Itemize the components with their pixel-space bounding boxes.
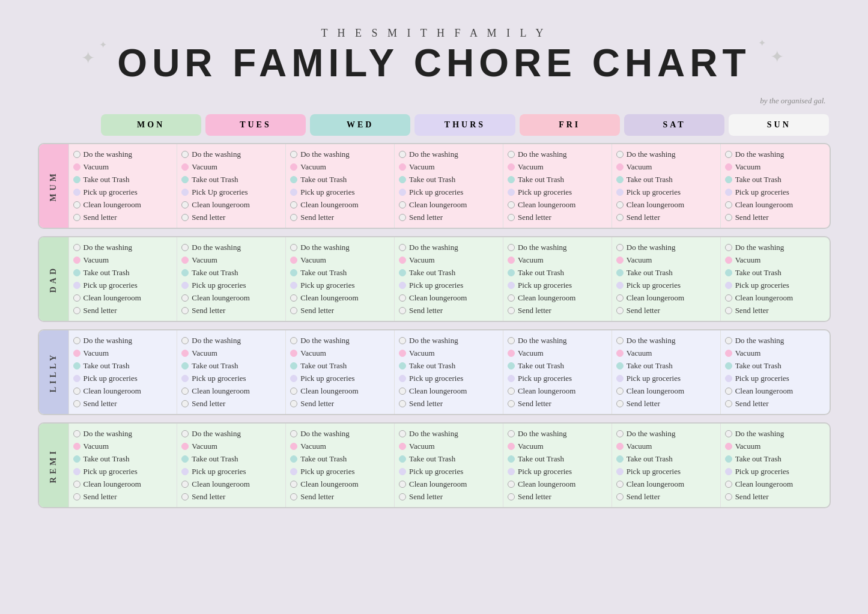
chore-item: Do the washing [73,150,173,159]
chore-item: Do the washing [290,243,390,252]
chore-item: Take out Trash [399,454,499,464]
chore-item: Clean loungeroom [725,293,825,303]
chore-item: Pick Up groceries [181,187,281,197]
subtitle: T H E S M I T H F A M I L Y [38,27,831,40]
chore-item: Do the washing [725,336,825,345]
dad-sat: Do the washing Vacuum Take out Trash Pic… [612,237,721,321]
mum-wed: Do the washing Vacuum Take out Trash Pic… [286,144,395,228]
remi-sun: Do the washing Vacuum Take out Trash Pic… [721,424,830,507]
chore-item: Vacuum [508,442,607,451]
chore-item: Pick up groceries [181,281,281,290]
chore-item: Pick up groceries [725,374,825,383]
chore-item: Do the washing [616,336,716,345]
chore-item: Send letter [616,399,716,409]
chore-item: Send letter [290,399,390,409]
chore-item: Pick up groceries [399,374,499,383]
chore-item: Vacuum [725,255,825,265]
chore-item: Take out Trash [290,454,390,464]
chore-item: Do the washing [290,150,390,159]
chore-item: Take out Trash [725,175,825,184]
chore-item: Pick up groceries [290,187,390,197]
chore-item: Clean loungeroom [181,200,281,210]
chore-item: Send letter [616,492,716,502]
dad-fri: Do the washing Vacuum Take out Trash Pic… [503,237,612,321]
day-headers: MON TUES WED THURS FRI SAT SUN [38,113,831,137]
chore-item: Send letter [725,399,825,409]
chore-item: Pick up groceries [508,467,607,476]
chore-item: Vacuum [290,348,390,358]
chore-item: Clean loungeroom [508,479,607,489]
lilly-sat: Do the washing Vacuum Take out Trash Pic… [612,330,721,414]
lilly-wed: Do the washing Vacuum Take out Trash Pic… [286,330,395,414]
chore-item: Clean loungeroom [725,200,825,210]
chore-item: Clean loungeroom [73,293,173,303]
chore-item: Send letter [399,492,499,502]
chore-item: Clean loungeroom [399,479,499,489]
chore-item: Send letter [508,399,607,409]
chore-item: Send letter [508,306,607,315]
dad-label: DAD [49,266,58,293]
chore-item: Vacuum [616,255,716,265]
chore-item: Send letter [290,492,390,502]
mum-mon: Do the washing Vacuum Take out Trash Pic… [69,144,178,228]
chore-item: Send letter [616,306,716,315]
lilly-mon: Do the washing Vacuum Take out Trash Pic… [69,330,178,414]
mum-chores-grid: Do the washing Vacuum Take out Trash Pic… [69,144,830,228]
chore-item: Clean loungeroom [399,293,499,303]
chore-item: Pick up groceries [616,187,716,197]
chore-item: Do the washing [73,243,173,252]
chore-item: Take out Trash [181,454,281,464]
remi-label: REMI [49,448,58,483]
chore-item: Pick up groceries [508,187,607,197]
chore-item: Vacuum [290,255,390,265]
chore-item: Take out Trash [73,175,173,184]
chore-item: Pick up groceries [73,374,173,383]
lilly-fri: Do the washing Vacuum Take out Trash Pic… [503,330,612,414]
header-wed: WED [310,114,410,136]
dad-tues: Do the washing Vacuum Take out Trash Pic… [177,237,286,321]
person-label-dad: DAD [39,237,69,321]
chore-item: Clean loungeroom [508,293,607,303]
header-mon: MON [101,114,201,136]
chore-item: Vacuum [73,442,173,451]
chore-item: Clean loungeroom [725,479,825,489]
chore-item: Pick up groceries [290,467,390,476]
chore-item: Do the washing [725,150,825,159]
chore-item: Take out Trash [399,175,499,184]
dad-chores-grid: Do the washing Vacuum Take out Trash Pic… [69,237,830,321]
chore-item: Send letter [181,306,281,315]
chore-item: Vacuum [181,348,281,358]
chore-item: Do the washing [181,429,281,439]
chore-item: Vacuum [508,348,607,358]
section-lilly: LILLY Do the washing Vacuum Take out Tra… [38,329,831,415]
chore-item: Do the washing [508,336,607,345]
chore-item: Take out Trash [181,361,281,371]
section-dad: DAD Do the washing Vacuum Take out Trash… [38,236,831,322]
chore-item: Vacuum [73,255,173,265]
chore-item: Do the washing [508,243,607,252]
chore-item: Vacuum [290,162,390,172]
chore-item: Vacuum [725,348,825,358]
remi-fri: Do the washing Vacuum Take out Trash Pic… [503,424,612,507]
chore-item: Clean loungeroom [508,386,607,396]
chore-item: Pick up groceries [73,187,173,197]
section-mum: MUM Do the washing Vacuum Take out Trash… [38,143,831,229]
chore-item: Vacuum [290,442,390,451]
chore-item: Clean loungeroom [181,479,281,489]
chore-item: Send letter [616,213,716,222]
chore-item: Take out Trash [181,175,281,184]
chore-item: Clean loungeroom [399,200,499,210]
chore-item: Take out Trash [508,361,607,371]
chore-item: Pick up groceries [616,374,716,383]
chore-item: Pick up groceries [290,374,390,383]
chore-item: Clean loungeroom [181,293,281,303]
chore-item: Pick up groceries [725,187,825,197]
header-tues: TUES [205,114,306,136]
chore-item: Do the washing [725,429,825,439]
chore-item: Clean loungeroom [290,386,390,396]
chore-item: Pick up groceries [399,187,499,197]
chore-item: Clean loungeroom [290,200,390,210]
chore-item: Vacuum [181,162,281,172]
remi-thurs: Do the washing Vacuum Take out Trash Pic… [395,424,503,507]
chore-item: Clean loungeroom [616,386,716,396]
